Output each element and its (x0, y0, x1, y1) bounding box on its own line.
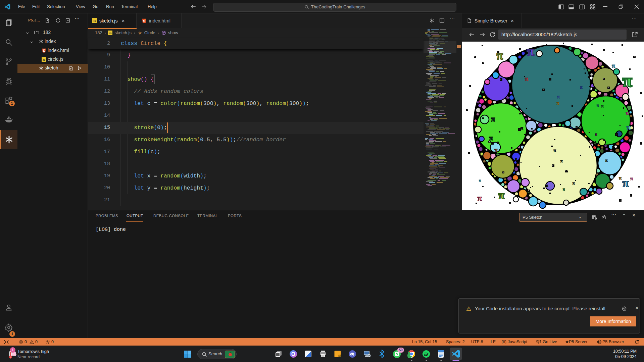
svg-text:π: π (557, 94, 560, 99)
svg-text:π: π (630, 176, 633, 181)
svg-text:π: π (525, 75, 528, 82)
svg-text:π: π (494, 147, 498, 153)
svg-text:π: π (491, 115, 495, 123)
svg-text:JS: JS (109, 32, 111, 34)
svg-text:π: π (556, 101, 559, 106)
svg-text:π: π (619, 175, 622, 180)
svg-text:π: π (597, 103, 599, 108)
svg-text:π: π (612, 62, 615, 69)
svg-text:π: π (521, 125, 523, 131)
svg-text:π: π (573, 181, 575, 186)
svg-text:π: π (563, 187, 565, 192)
svg-text:JS: JS (93, 20, 96, 22)
svg-text:π: π (622, 70, 632, 91)
svg-text:π: π (477, 194, 482, 202)
svg-text:π: π (605, 158, 608, 163)
svg-text:π: π (622, 176, 629, 190)
svg-text:JS: JS (43, 59, 46, 61)
svg-text:π: π (496, 49, 503, 62)
svg-text:π: π (595, 132, 597, 137)
svg-text:π: π (601, 103, 604, 108)
svg-text:π: π (498, 189, 505, 201)
svg-text:π: π (479, 178, 481, 182)
svg-text:π: π (553, 148, 556, 153)
svg-text:π: π (580, 85, 583, 90)
svg-text:π: π (626, 110, 629, 116)
svg-text:π: π (626, 123, 631, 132)
svg-text:π: π (489, 134, 493, 142)
svg-text:π: π (546, 183, 548, 188)
svg-text:π: π (560, 159, 563, 163)
svg-text:π: π (527, 44, 534, 59)
